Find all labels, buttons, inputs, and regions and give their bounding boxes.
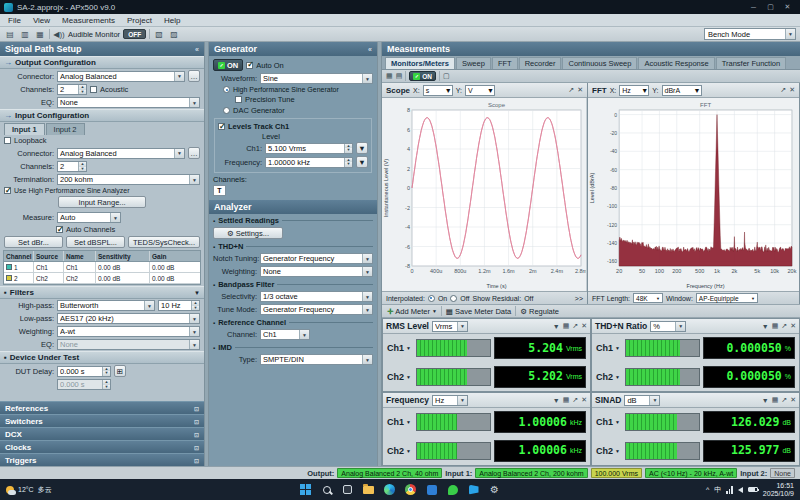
status-input2-value[interactable]: None <box>770 468 795 478</box>
input-tab-1[interactable]: Input 1 <box>4 123 45 135</box>
popout-icon[interactable]: ↗ <box>572 322 578 330</box>
new-window-icon[interactable]: ▢ <box>443 72 450 80</box>
meter-unit-dropdown[interactable]: Vrms▼ <box>432 321 468 332</box>
weighting-dropdown[interactable]: A-wt ▼ <box>57 326 200 337</box>
dut-delay-secondary-spinner[interactable]: 0.000 s ▲▼ <box>57 379 111 390</box>
meter-channel-label[interactable]: Ch1▼ <box>387 417 413 427</box>
levels-track-checkbox[interactable] <box>218 123 225 130</box>
speaker-icon[interactable]: ◀)) <box>53 28 65 40</box>
set-button-2[interactable]: Set dBSPL... <box>66 236 125 248</box>
tab-transfer-function[interactable]: Transfer Function <box>716 57 787 69</box>
output-config-header[interactable]: → Output Configuration <box>0 56 204 69</box>
dut-header[interactable]: ▪ Device Under Test <box>0 351 204 364</box>
status-range-value[interactable]: 100.000 Vrms <box>591 468 642 478</box>
input-connector-dropdown[interactable]: Analog Balanced ▼ <box>57 148 185 159</box>
output-connector-dropdown[interactable]: Analog Balanced ▼ <box>57 71 185 82</box>
search-icon[interactable] <box>320 483 333 496</box>
hp-sine-generator-radio[interactable] <box>223 86 230 93</box>
spinner-arrows[interactable]: ▲▼ <box>102 367 110 376</box>
meter-channel-label[interactable]: Ch1▼ <box>387 343 413 353</box>
spinner-arrows[interactable]: ▲▼ <box>102 380 110 389</box>
popout-icon[interactable]: ↗ <box>780 86 786 94</box>
meter-unit-dropdown[interactable]: %▼ <box>650 321 686 332</box>
close-button[interactable]: ✕ <box>779 1 796 13</box>
spinner-arrows[interactable]: ▲▼ <box>191 301 199 310</box>
filters-header[interactable]: ▪ Filters ▼ <box>0 286 204 299</box>
meter-channel-label[interactable]: Ch2▼ <box>596 446 622 456</box>
edge-icon[interactable] <box>383 483 396 496</box>
network-icon[interactable] <box>726 486 733 494</box>
meter-options-icon[interactable]: ▼ <box>553 397 560 404</box>
maximize-button[interactable]: ▢ <box>762 1 779 13</box>
accordion-references[interactable]: References⊡ <box>0 401 204 414</box>
hp-sine-analyzer-checkbox[interactable] <box>4 187 11 194</box>
monitor-icon[interactable]: ▧ <box>153 28 165 40</box>
status-input1-value[interactable]: Analog Balanced 2 Ch, 200 kohm <box>475 468 587 478</box>
selectivity-dropdown[interactable]: 1/3 octave ▼ <box>260 291 373 302</box>
meter-channel-label[interactable]: Ch2▼ <box>387 372 413 382</box>
lowpass-dropdown[interactable]: AES17 (20 kHz) ▼ <box>57 313 200 324</box>
input-channels-spinner[interactable]: 2 ▲▼ <box>57 161 87 172</box>
meter-channel-label[interactable]: Ch2▼ <box>596 372 622 382</box>
measure-dropdown[interactable]: Auto ▼ <box>57 212 121 223</box>
taskbar-clock[interactable]: 16:51 2025/10/9 <box>763 482 794 498</box>
close-icon[interactable]: ✕ <box>581 396 587 404</box>
accordion-triggers[interactable]: Triggers⊡ <box>0 453 204 466</box>
dut-delay-spinner[interactable]: 0.000 s ▲▼ <box>57 366 111 377</box>
open-project-icon[interactable]: ▥ <box>19 28 31 40</box>
tab-sweep[interactable]: Sweep <box>456 57 491 69</box>
spinner-arrows[interactable]: ▲▼ <box>344 144 352 153</box>
meter-unit-dropdown[interactable]: dB▼ <box>624 395 660 406</box>
imd-type-dropdown[interactable]: SMPTE/DIN ▼ <box>260 354 373 365</box>
spinner-arrows[interactable]: ▲▼ <box>78 85 86 94</box>
generator-on-toggle[interactable]: ✓ ON <box>213 59 243 71</box>
tools-icon[interactable]: ▨ <box>168 28 180 40</box>
accordion-switchers[interactable]: Switchers⊡ <box>0 414 204 427</box>
task-view-icon[interactable] <box>341 483 354 496</box>
dut-delay-measure-button[interactable]: ⊞ <box>114 365 126 377</box>
channel-track-toggle[interactable]: T <box>213 185 226 196</box>
bench-mode-dropdown[interactable]: Bench Mode ▼ <box>704 28 796 40</box>
frequency-unit-dropdown[interactable]: ▼ <box>356 156 368 168</box>
scope-y-unit-dropdown[interactable]: V ▼ <box>465 85 495 96</box>
tab-acoustic-response[interactable]: Acoustic Response <box>638 57 714 69</box>
popout-icon[interactable]: ↗ <box>568 86 574 94</box>
fft-length-dropdown[interactable]: 48K ▼ <box>633 293 663 303</box>
popout-icon[interactable]: ↗ <box>781 322 787 330</box>
tab-monitors-meters[interactable]: Monitors/Meters <box>385 57 455 69</box>
set-button-3[interactable]: TEDS/SysCheck... <box>128 236 200 248</box>
fft-x-unit-dropdown[interactable]: Hz ▼ <box>619 85 649 96</box>
meter-grid-icon[interactable]: ▦ <box>563 396 570 404</box>
meter-options-icon[interactable]: ▼ <box>762 397 769 404</box>
save-meter-data-button[interactable]: ▦ Save Meter Data <box>446 307 511 316</box>
set-button-1[interactable]: Set dBr... <box>4 236 63 248</box>
input-connector-settings-button[interactable]: … <box>188 147 200 159</box>
accordion-clocks[interactable]: Clocks⊡ <box>0 440 204 453</box>
auto-channels-checkbox[interactable] <box>56 226 63 233</box>
input-range-button[interactable]: Input Range... <box>58 196 146 208</box>
output-connector-settings-button[interactable]: … <box>188 70 200 82</box>
precision-tune-checkbox[interactable] <box>235 96 242 103</box>
layout-grid-icon[interactable]: ▦ <box>386 72 393 80</box>
notch-tuning-dropdown[interactable]: Generator Frequency ▼ <box>260 253 373 264</box>
collapse-panel-icon[interactable]: « <box>195 46 199 53</box>
menu-project[interactable]: Project <box>121 14 158 26</box>
highpass-dropdown[interactable]: Butterworth ▼ <box>57 300 155 311</box>
generator-frequency-spinner[interactable]: 1.00000 kHz ▲▼ <box>265 157 353 168</box>
menu-file[interactable]: File <box>2 14 27 26</box>
tab-continuous-sweep[interactable]: Continuous Sweep <box>562 57 637 69</box>
interpolated-off-radio[interactable] <box>450 295 457 302</box>
close-icon[interactable]: ✕ <box>789 86 795 94</box>
tab-fft[interactable]: FFT <box>492 57 518 69</box>
spinner-arrows[interactable]: ▲▼ <box>78 162 86 171</box>
meter-grid-icon[interactable]: ▦ <box>563 322 570 330</box>
minimize-button[interactable]: ─ <box>745 1 762 13</box>
meter-channel-label[interactable]: Ch1▼ <box>596 343 622 353</box>
add-meter-button[interactable]: ✛ Add Meter ▼ <box>387 307 437 316</box>
meter-grid-icon[interactable]: ▦ <box>772 322 779 330</box>
output-channels-spinner[interactable]: 2 ▲▼ <box>57 84 87 95</box>
tune-mode-dropdown[interactable]: Generator Frequency ▼ <box>260 304 373 315</box>
output-eq-dropdown[interactable]: None ▼ <box>57 97 200 108</box>
store-icon[interactable] <box>425 483 438 496</box>
new-project-icon[interactable]: ▤ <box>4 28 16 40</box>
